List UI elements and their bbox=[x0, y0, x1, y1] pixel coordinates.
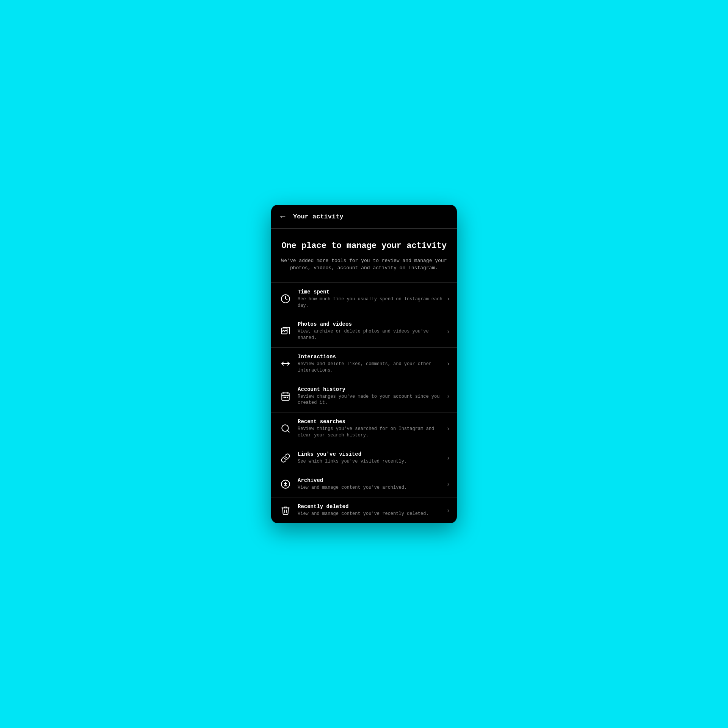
menu-item-title: Interactions bbox=[298, 354, 444, 360]
photos-videos-icon bbox=[279, 325, 292, 338]
menu-text-photos-videos: Photos and videos View, archive or delet… bbox=[298, 321, 444, 341]
svg-line-12 bbox=[287, 431, 289, 433]
hero-title: One place to manage your activity bbox=[280, 241, 448, 252]
chevron-icon: › bbox=[447, 295, 449, 302]
menu-item-desc: View, archive or delete photos and video… bbox=[298, 328, 444, 341]
arrow-annotation bbox=[271, 477, 275, 491]
menu-item-title: Photos and videos bbox=[298, 321, 444, 327]
menu-item-desc: View and manage content you've archived. bbox=[298, 485, 444, 491]
menu-item-time-spent[interactable]: Time spent See how much time you usually… bbox=[271, 283, 457, 315]
header: ← Your activity bbox=[271, 205, 457, 229]
menu-item-desc: Review changes you've made to your accou… bbox=[298, 394, 444, 406]
chevron-icon: › bbox=[447, 360, 449, 367]
menu-item-title: Links you've visited bbox=[298, 451, 444, 457]
menu-text-interactions: Interactions Review and delete likes, co… bbox=[298, 354, 444, 374]
menu-text-time-spent: Time spent See how much time you usually… bbox=[298, 289, 444, 309]
calendar-icon bbox=[279, 389, 292, 403]
menu-item-desc: Review and delete likes, comments, and y… bbox=[298, 361, 444, 374]
menu-item-desc: See how much time you usually spend on I… bbox=[298, 296, 444, 309]
clock-icon bbox=[279, 292, 292, 306]
menu-item-interactions[interactable]: Interactions Review and delete likes, co… bbox=[271, 348, 457, 380]
menu-list: Time spent See how much time you usually… bbox=[271, 283, 457, 523]
menu-item-title: Account history bbox=[298, 386, 444, 392]
menu-item-desc: Review things you've searched for on Ins… bbox=[298, 426, 444, 439]
menu-item-desc: See which links you've visited recently. bbox=[298, 458, 444, 465]
chevron-icon: › bbox=[447, 481, 449, 488]
svg-rect-10 bbox=[287, 397, 288, 398]
chevron-icon: › bbox=[447, 455, 449, 461]
search-icon bbox=[279, 422, 292, 435]
menu-item-desc: View and manage content you've recently … bbox=[298, 511, 444, 517]
interactions-icon bbox=[279, 357, 292, 370]
menu-text-account-history: Account history Review changes you've ma… bbox=[298, 386, 444, 406]
menu-item-title: Recent searches bbox=[298, 419, 444, 425]
svg-rect-9 bbox=[285, 397, 286, 398]
svg-rect-8 bbox=[284, 397, 285, 398]
menu-item-archived[interactable]: Archived View and manage content you've … bbox=[271, 471, 457, 497]
chevron-icon: › bbox=[447, 328, 449, 335]
back-button[interactable]: ← bbox=[279, 212, 287, 221]
phone-container: ← Your activity One place to manage your… bbox=[271, 205, 457, 523]
menu-text-recently-deleted: Recently deleted View and manage content… bbox=[298, 504, 444, 517]
menu-item-recent-searches[interactable]: Recent searches Review things you've sea… bbox=[271, 413, 457, 445]
chevron-icon: › bbox=[447, 425, 449, 432]
chevron-icon: › bbox=[447, 507, 449, 514]
menu-item-photos-videos[interactable]: Photos and videos View, archive or delet… bbox=[271, 315, 457, 348]
archive-icon bbox=[279, 477, 292, 491]
trash-icon bbox=[279, 504, 292, 517]
menu-item-account-history[interactable]: Account history Review changes you've ma… bbox=[271, 380, 457, 413]
chevron-icon: › bbox=[447, 393, 449, 400]
link-icon bbox=[279, 451, 292, 465]
hero-section: One place to manage your activity We've … bbox=[271, 229, 457, 283]
menu-item-recently-deleted[interactable]: Recently deleted View and manage content… bbox=[271, 497, 457, 523]
menu-text-recent-searches: Recent searches Review things you've sea… bbox=[298, 419, 444, 439]
page-title: Your activity bbox=[293, 213, 344, 220]
menu-text-archived: Archived View and manage content you've … bbox=[298, 477, 444, 491]
menu-item-title: Recently deleted bbox=[298, 504, 444, 510]
menu-item-links-visited[interactable]: Links you've visited See which links you… bbox=[271, 445, 457, 471]
menu-item-title: Archived bbox=[298, 477, 444, 483]
menu-item-title: Time spent bbox=[298, 289, 444, 295]
menu-text-links-visited: Links you've visited See which links you… bbox=[298, 451, 444, 465]
hero-subtitle: We've added more tools for you to review… bbox=[280, 257, 448, 272]
